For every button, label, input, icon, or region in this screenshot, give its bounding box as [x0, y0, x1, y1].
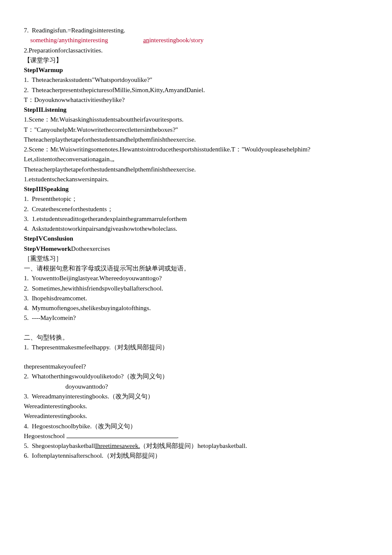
sec1-q5-text: ----MayIcomein?	[32, 314, 76, 321]
step3-l4-num: 4.	[24, 225, 29, 232]
step2-line2: T："CanyouhelpMr.Wutowritethecorrectlette…	[24, 125, 368, 135]
sec2-q5-num: 5.	[24, 442, 29, 449]
blank-fill	[66, 431, 177, 438]
ketang-heading: 【课堂学习】	[24, 55, 368, 65]
sec2-q3-b: （改为同义句）	[109, 393, 154, 400]
step1-line3: T：Doyouknowwhatactivitiestheylike?	[24, 95, 368, 105]
step2-line6: 1.etstudentscheckanswersinpairs.	[24, 174, 368, 184]
step3-l2-num: 2.	[24, 206, 29, 212]
sec2-q2-c-text: doyouwanttodo?	[66, 383, 108, 390]
step5-title: StepVHomework	[24, 245, 71, 252]
sec1-q3-text: Ihopehisdreamcomet.	[32, 295, 87, 302]
step4-title: StepIVConslusion	[24, 234, 368, 244]
step3-l1-text: Presentthetopic；	[32, 195, 78, 202]
step3-l3-num: 3.	[24, 215, 29, 222]
sec2-q2-a: Whatotherthingswouldyouliketodo?	[32, 373, 124, 380]
step3-l3-text: 1.etstudentsreadittogetherandexplaintheg…	[32, 215, 187, 222]
step1-line1: 1. Theteacherasksstudents"Whatsportdoyou…	[24, 75, 368, 85]
item-7-num: 7.	[24, 27, 29, 34]
sec2-q5-u: Ihreetimesaweek.	[95, 442, 140, 449]
suitang-heading: ［熏堂练习］	[24, 254, 368, 264]
sec2-q1-num: 1.	[24, 344, 29, 351]
step1-l1-num: 1.	[24, 76, 29, 83]
item-7-redline: something/anythinginteresting aninterest…	[24, 35, 368, 45]
step3-title: StepIIISpeaking	[24, 184, 368, 194]
step1-l2-text: TheteacherpresentsthepicturesofMillie,Si…	[32, 87, 205, 93]
sec1-q1: 1. YouwenttoBeijinglastyear.Whereedoyouw…	[24, 273, 368, 283]
sec2-q5: 5. ShegoestoplaybasketballIhreetimesawee…	[24, 441, 368, 451]
sec1-q3-num: 3.	[24, 295, 29, 302]
sec1-q4: 4. Mymumoftengoes,shelikesbuyingalotofth…	[24, 303, 368, 313]
blank-line-2	[24, 352, 368, 362]
sec1-q3: 3. Ihopehisdreamcomet.	[24, 293, 368, 303]
sec2-q6-num: 6.	[24, 452, 29, 459]
step1-line2: 2. TheteacherpresentsthepicturesofMillie…	[24, 85, 368, 95]
step2-line1: 1.Scene：Mr.Wuisaskinghisstudentsaboutthe…	[24, 115, 368, 125]
step3-line1: 1. Presentthetopic；	[24, 194, 368, 204]
step1-l1-text: Theteacherasksstudents"Whatsportdoyoulik…	[32, 76, 152, 83]
step5-line: StepVHomeworkDotheexercises	[24, 244, 368, 254]
sec1-q4-text: Mymumoftengoes,shelikesbuyingalotofthing…	[32, 305, 151, 311]
sec2-q2-b: （改为同义句）	[124, 373, 168, 380]
sec1-q2-num: 2.	[24, 285, 29, 292]
sec2-q1-b: （对划线局部提问）	[111, 344, 168, 351]
sec2-q5-a: Shegoestoplaybasketball	[32, 442, 95, 449]
step3-l1-num: 1.	[24, 195, 29, 202]
step2-line3: Theteacherplaythetapeforthestudentsandhe…	[24, 135, 368, 145]
sec2-q5-c: hetoplaybasketball.	[197, 442, 247, 449]
step3-line3: 3. 1.etstudentsreadittogetherandexplaint…	[24, 214, 368, 224]
sec2-q4-a: Hegoestoschoolbybike.	[32, 423, 92, 430]
sec1-q4-num: 4.	[24, 305, 29, 311]
sec2-q1-a: Thepresentmakesmefeelhappy.	[32, 344, 110, 351]
preparation-line: 2.Preparationforclassactivities.	[24, 46, 368, 55]
sec2-q5-b: （对划线局部提问）	[140, 442, 197, 449]
sec1-q1-num: 1.	[24, 275, 29, 282]
step3-l4-text: Askstudentstoworkinpairsandgiveashowtoth…	[32, 225, 177, 232]
step3-line2: 2. Createthesceneforthestudents；	[24, 204, 368, 214]
sec2-q2-c: doyouwanttodo?	[24, 382, 368, 392]
step2-line4: 2.Scene：Mr.Wuiswritingsomenotes.Hewantst…	[24, 145, 368, 165]
sec2-q4-c: Hegoestoschool .	[24, 431, 368, 441]
sec2-q3-a: Wereadmanyinterestingbooks.	[32, 393, 109, 400]
sec2-q4-d: .	[177, 433, 179, 439]
sec1-q5-num: 5.	[24, 314, 29, 321]
sec2-q1: 1. Thepresentmakesmefeelhappy.（对划线局部提问）	[24, 343, 368, 352]
sec2-q3: 3. Wereadmanyinterestingbooks.（改为同义句）	[24, 392, 368, 401]
sec2-q2-num: 2.	[24, 373, 29, 380]
sec1-q1-text: YouwenttoBeijinglastyear.Whereedoyouwant…	[32, 275, 162, 282]
sec2-q1-c: thepresentmakeyoufeel?	[24, 362, 368, 372]
sec2-q4-b: （改为同义句）	[92, 423, 136, 430]
sec2-q6-a: Ioftenplaytennisafterschool.	[32, 452, 104, 459]
step3-line4: 4. Askstudentstoworkinpairsandgiveashowt…	[24, 224, 368, 234]
sec2-q4-num: 4.	[24, 423, 29, 430]
step3-l2-text: Createthesceneforthestudents；	[32, 206, 113, 212]
sec2-q3-c: Wereadinterestingbooks.	[24, 401, 368, 411]
sec2-q3-d: Wereadinterestingbooks.	[24, 411, 368, 421]
blank-line	[24, 323, 368, 333]
item-7-red2a: an	[143, 37, 149, 44]
step2-line5: Theteacherplaythetapeforthestudentsandhe…	[24, 165, 368, 174]
item-7-text: Readingisfun.=Readingisinteresting.	[32, 27, 125, 34]
sec2-q6-b: （对划线局部提问）	[104, 452, 161, 459]
sec2-q3-num: 3.	[24, 393, 29, 400]
step1-title: StepIWarmup	[24, 65, 368, 75]
sec2-q6: 6. Ioftenplaytennisafterschool.（对划线局部提问）	[24, 451, 368, 461]
step1-l2-num: 2.	[24, 87, 29, 93]
sec1-q2-text: Sometimes,hewithhisfriendspvolleyballaft…	[32, 285, 163, 292]
sec1-q2: 2. Sometimes,hewithhisfriendspvolleyball…	[24, 284, 368, 293]
step5-tail: Dotheexercises	[71, 245, 110, 252]
sec2-q4-c-text: Hegoestoschool	[24, 433, 65, 439]
sec1-q5: 5. ----MayIcomein?	[24, 313, 368, 323]
step2-title: StepIIListening	[24, 105, 368, 115]
item-7: 7. Readingisfun.=Readingisinteresting.	[24, 26, 368, 35]
sec2-q2: 2. Whatotherthingswouldyouliketodo?（改为同义…	[24, 372, 368, 381]
item-7-red1: something/anythinginteresting	[30, 37, 108, 44]
section2-title: 二、句型转换。	[24, 333, 368, 343]
item-7-red2b: interestingbook/story	[149, 37, 204, 44]
section1-title: 一、请根据句意和首字母或汉语提示写出所缺单词或短语。	[24, 264, 368, 273]
sec2-q4: 4. Hegoestoschoolbybike.（改为同义句）	[24, 421, 368, 431]
